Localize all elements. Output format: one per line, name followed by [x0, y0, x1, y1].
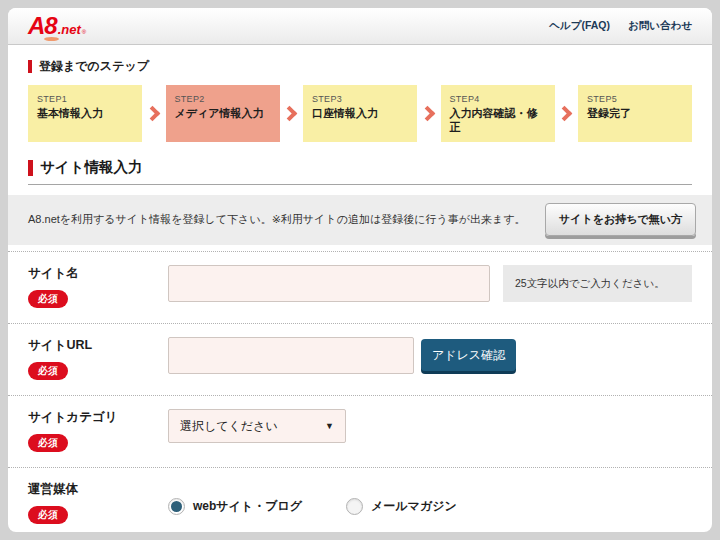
required-badge: 必須	[28, 506, 68, 524]
step-2-media-info-active: STEP2 メディア情報入力	[166, 85, 280, 142]
arrow-right-icon	[419, 106, 435, 122]
media-type-label: 運営媒体	[28, 481, 168, 498]
a8net-logo[interactable]: A8.net®	[28, 14, 86, 38]
contact-link[interactable]: お問い合わせ	[628, 19, 692, 33]
steps-title: 登録までのステップ	[28, 58, 692, 75]
site-name-row: サイト名 必須 25文字以内でご入力ください。	[8, 252, 712, 324]
chevron-down-icon: ▼	[325, 421, 334, 431]
help-faq-link[interactable]: ヘルプ(FAQ)	[549, 19, 610, 33]
step-number: STEP2	[175, 94, 271, 104]
site-name-input[interactable]	[168, 265, 490, 302]
notice-bar: A8.netを利用するサイト情報を登録して下さい。※利用サイトの追加は登録後に行…	[8, 195, 712, 245]
logo-trademark: ®	[82, 29, 86, 35]
step-label: メディア情報入力	[175, 107, 271, 121]
logo-swoosh-icon	[44, 37, 59, 41]
radio-checked-icon	[168, 498, 185, 515]
no-site-button[interactable]: サイトをお持ちで無い方	[545, 203, 696, 236]
step-4-confirm-edit: STEP4 入力内容確認・修正	[441, 85, 555, 142]
step-number: STEP1	[37, 94, 133, 104]
site-url-input[interactable]	[168, 337, 414, 374]
logo-net-text: .net	[58, 22, 81, 37]
step-3-bank-account: STEP3 口座情報入力	[303, 85, 417, 142]
step-number: STEP5	[587, 94, 683, 104]
steps-row: STEP1 基本情報入力 STEP2 メディア情報入力 STEP3 口座情報入力…	[28, 85, 692, 142]
step-5-complete: STEP5 登録完了	[578, 85, 692, 142]
required-badge: 必須	[28, 362, 68, 380]
site-category-row: サイトカテゴリ 必須 選択してください ▼	[8, 396, 712, 468]
steps-section: 登録までのステップ STEP1 基本情報入力 STEP2 メディア情報入力 ST…	[8, 45, 712, 142]
radio-website-blog[interactable]: webサイト・ブログ	[168, 498, 302, 515]
radio-unchecked-icon	[346, 498, 363, 515]
control-col: 25文字以内でご入力ください。	[168, 265, 692, 308]
control-col: 選択してください ▼	[168, 409, 692, 452]
section-head: サイト情報入力	[28, 158, 692, 185]
site-category-select[interactable]: 選択してください ▼	[168, 409, 346, 443]
select-value: 選択してください	[180, 418, 278, 435]
red-bar-icon	[28, 60, 32, 73]
site-url-label: サイトURL	[28, 337, 168, 354]
address-check-button[interactable]: アドレス確認	[421, 339, 516, 371]
arrow-right-icon	[557, 106, 573, 122]
logo-a8-text: A8	[28, 14, 57, 38]
required-badge: 必須	[28, 434, 68, 452]
step-label: 基本情報入力	[37, 107, 133, 121]
required-badge: 必須	[28, 290, 68, 308]
step-1-basic-info: STEP1 基本情報入力	[28, 85, 142, 142]
radio-label: webサイト・ブログ	[193, 498, 302, 515]
step-label: 入力内容確認・修正	[450, 107, 546, 135]
step-number: STEP4	[450, 94, 546, 104]
label-col: サイトURL 必須	[28, 337, 168, 380]
viewport-frame: A8.net® ヘルプ(FAQ) お問い合わせ 登録までのステップ STEP1 …	[0, 0, 720, 540]
label-col: サイトカテゴリ 必須	[28, 409, 168, 452]
control-col: アドレス確認	[168, 337, 692, 380]
step-label: 口座情報入力	[312, 107, 408, 121]
page: A8.net® ヘルプ(FAQ) お問い合わせ 登録までのステップ STEP1 …	[8, 8, 712, 532]
site-name-note: 25文字以内でご入力ください。	[503, 265, 692, 302]
site-name-label: サイト名	[28, 265, 168, 282]
label-col: 運営媒体 必須	[28, 481, 168, 524]
site-url-row: サイトURL 必須 アドレス確認	[8, 324, 712, 396]
header: A8.net® ヘルプ(FAQ) お問い合わせ	[8, 8, 712, 45]
notice-text: A8.netを利用するサイト情報を登録して下さい。※利用サイトの追加は登録後に行…	[28, 212, 525, 227]
radio-label: メールマガジン	[371, 498, 457, 515]
arrow-right-icon	[282, 106, 298, 122]
radio-mail-magazine[interactable]: メールマガジン	[346, 498, 457, 515]
page-title: サイト情報入力	[40, 158, 143, 177]
step-number: STEP3	[312, 94, 408, 104]
steps-title-text: 登録までのステップ	[39, 58, 149, 75]
site-info-form: サイト名 必須 25文字以内でご入力ください。 サイトURL 必須 アドレス確認	[8, 251, 712, 532]
label-col: サイト名 必須	[28, 265, 168, 308]
arrow-right-icon	[144, 106, 160, 122]
media-type-options: webサイト・ブログ メールマガジン	[168, 481, 692, 524]
site-category-label: サイトカテゴリ	[28, 409, 168, 426]
step-label: 登録完了	[587, 107, 683, 121]
red-bar-icon	[28, 160, 33, 176]
header-links: ヘルプ(FAQ) お問い合わせ	[549, 19, 692, 33]
media-type-row: 運営媒体 必須 webサイト・ブログ メールマガジン	[8, 468, 712, 532]
